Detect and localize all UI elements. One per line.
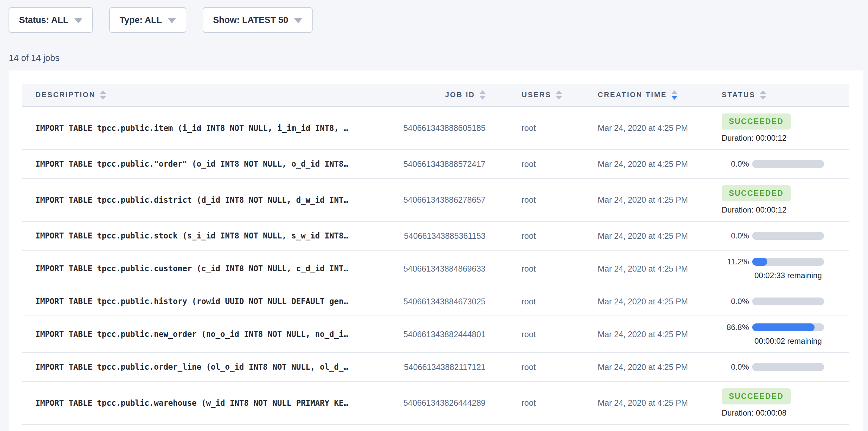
job-progress: 11.2% [722, 257, 849, 266]
column-header-description[interactable]: DESCRIPTION [22, 90, 397, 100]
job-creation-time: Mar 24, 2020 at 4:25 PM [558, 195, 695, 205]
progress-bar [752, 258, 824, 266]
jobs-count-summary: 14 of 14 jobs [9, 53, 868, 63]
table-row: IMPORT TABLE tpcc.public.order_line (ol_… [22, 353, 849, 382]
job-user: root [486, 159, 558, 169]
job-creation-time: Mar 24, 2020 at 4:25 PM [558, 330, 695, 339]
job-creation-time: Mar 24, 2020 at 4:25 PM [558, 231, 695, 241]
job-progress: 0.0% [722, 297, 849, 306]
job-progress: 0.0% [722, 159, 849, 168]
job-user: root [486, 195, 558, 205]
status-filter-dropdown[interactable]: Status: ALL [8, 7, 93, 33]
job-id: 540661343888605185 [397, 123, 486, 133]
show-filter-dropdown[interactable]: Show: LATEST 50 [203, 7, 313, 33]
job-id: 540661343884869633 [397, 264, 486, 274]
job-id: 540661343884673025 [397, 297, 486, 306]
job-user: root [486, 330, 558, 339]
table-row: IMPORT TABLE tpcc.public."order" (o_id I… [22, 150, 849, 179]
job-progress: 86.8% [722, 323, 849, 332]
progress-bar [752, 160, 824, 168]
job-status: 0.0% [695, 297, 849, 306]
job-creation-time: Mar 24, 2020 at 4:25 PM [558, 398, 695, 408]
job-description: IMPORT TABLE tpcc.public.warehouse (w_id… [22, 399, 397, 408]
job-status: SUCCEEDEDDuration: 00:00:12 [695, 114, 849, 143]
progress-percent: 0.0% [722, 363, 749, 372]
status-badge: SUCCEEDED [722, 185, 791, 202]
job-user: root [486, 264, 558, 274]
table-row: IMPORT TABLE tpcc.public.stock (s_i_id I… [22, 222, 849, 251]
job-id: 540661343826444289 [397, 398, 486, 408]
job-status: SUCCEEDEDDuration: 00:00:12 [695, 185, 849, 215]
job-description: IMPORT TABLE tpcc.public.stock (s_i_id I… [22, 231, 397, 240]
jobs-card: DESCRIPTION JOB ID USERS CREATION TIME S… [9, 70, 863, 431]
progress-percent: 86.8% [722, 323, 749, 332]
job-description: IMPORT TABLE tpcc.public.order_line (ol_… [22, 363, 397, 372]
job-duration: Duration: 00:00:12 [722, 205, 849, 215]
job-duration: Duration: 00:00:08 [722, 408, 849, 418]
job-creation-time: Mar 24, 2020 at 4:25 PM [558, 264, 695, 274]
sort-arrows-icon [760, 90, 766, 100]
job-id: 540661343886278657 [397, 195, 486, 205]
job-status: SUCCEEDEDDuration: 00:00:08 [695, 388, 849, 418]
job-progress: 0.0% [722, 231, 849, 240]
type-filter-label: Type: ALL [120, 15, 162, 25]
jobs-table-header: DESCRIPTION JOB ID USERS CREATION TIME S… [22, 84, 849, 107]
job-description: IMPORT TABLE tpcc.public.customer (c_id … [22, 264, 397, 273]
table-row: IMPORT TABLE tpcc.public.item (i_id INT8… [22, 107, 849, 150]
job-user: root [486, 363, 558, 372]
progress-percent: 0.0% [722, 159, 749, 168]
filter-bar: Status: ALL Type: ALL Show: LATEST 50 [0, 0, 868, 33]
job-status: 0.0% [695, 159, 849, 168]
table-row: IMPORT TABLE tpcc.public.customer (c_id … [22, 251, 849, 287]
job-id: 540661343885361153 [397, 231, 486, 241]
jobs-table-body: IMPORT TABLE tpcc.public.item (i_id INT8… [22, 107, 849, 425]
job-description: IMPORT TABLE tpcc.public.new_order (no_o… [22, 330, 397, 339]
chevron-down-icon [74, 19, 82, 23]
progress-bar [752, 324, 824, 331]
table-row: IMPORT TABLE tpcc.public.history (rowid … [22, 287, 849, 316]
job-creation-time: Mar 24, 2020 at 4:25 PM [558, 363, 695, 372]
table-row: IMPORT TABLE tpcc.public.warehouse (w_id… [22, 382, 849, 425]
status-filter-label: Status: ALL [19, 15, 68, 25]
show-filter-label: Show: LATEST 50 [213, 15, 288, 25]
job-id: 540661343882117121 [397, 363, 486, 372]
column-header-job-id[interactable]: JOB ID [397, 90, 486, 100]
job-time-remaining: 00:02:33 remaining [752, 271, 824, 280]
progress-percent: 11.2% [722, 257, 749, 266]
job-description: IMPORT TABLE tpcc.public.history (rowid … [22, 297, 397, 306]
job-description: IMPORT TABLE tpcc.public.item (i_id INT8… [22, 124, 397, 133]
table-row: IMPORT TABLE tpcc.public.district (d_id … [22, 179, 849, 222]
job-user: root [486, 231, 558, 241]
job-progress: 0.0% [722, 363, 849, 372]
sort-arrows-icon [479, 90, 486, 100]
job-duration: Duration: 00:00:12 [722, 133, 849, 143]
progress-percent: 0.0% [722, 297, 749, 306]
jobs-table: DESCRIPTION JOB ID USERS CREATION TIME S… [22, 84, 849, 425]
table-row: IMPORT TABLE tpcc.public.new_order (no_o… [22, 316, 849, 353]
column-header-status[interactable]: STATUS [695, 90, 849, 100]
job-status: 0.0% [695, 363, 849, 372]
status-badge: SUCCEEDED [722, 114, 791, 129]
column-header-creation-time[interactable]: CREATION TIME [558, 90, 695, 100]
progress-bar [752, 232, 824, 240]
progress-percent: 0.0% [722, 231, 749, 240]
sort-arrows-icon [672, 90, 677, 100]
status-badge: SUCCEEDED [722, 388, 791, 404]
job-description: IMPORT TABLE tpcc.public.district (d_id … [22, 195, 397, 205]
job-user: root [486, 398, 558, 408]
job-description: IMPORT TABLE tpcc.public."order" (o_id I… [22, 159, 397, 168]
chevron-down-icon [168, 19, 176, 23]
job-time-remaining: 00:00:02 remaining [752, 337, 824, 346]
progress-bar-fill [752, 324, 814, 331]
job-user: root [486, 123, 558, 133]
job-status: 11.2%00:02:33 remaining [695, 257, 849, 280]
job-id: 540661343888572417 [397, 159, 486, 169]
job-creation-time: Mar 24, 2020 at 4:25 PM [558, 297, 695, 306]
progress-bar [752, 363, 824, 371]
job-status: 0.0% [695, 231, 849, 240]
job-status: 86.8%00:00:02 remaining [695, 323, 849, 346]
job-creation-time: Mar 24, 2020 at 4:25 PM [558, 123, 695, 133]
column-header-users[interactable]: USERS [486, 90, 558, 100]
type-filter-dropdown[interactable]: Type: ALL [109, 7, 186, 33]
job-creation-time: Mar 24, 2020 at 4:25 PM [558, 159, 695, 169]
